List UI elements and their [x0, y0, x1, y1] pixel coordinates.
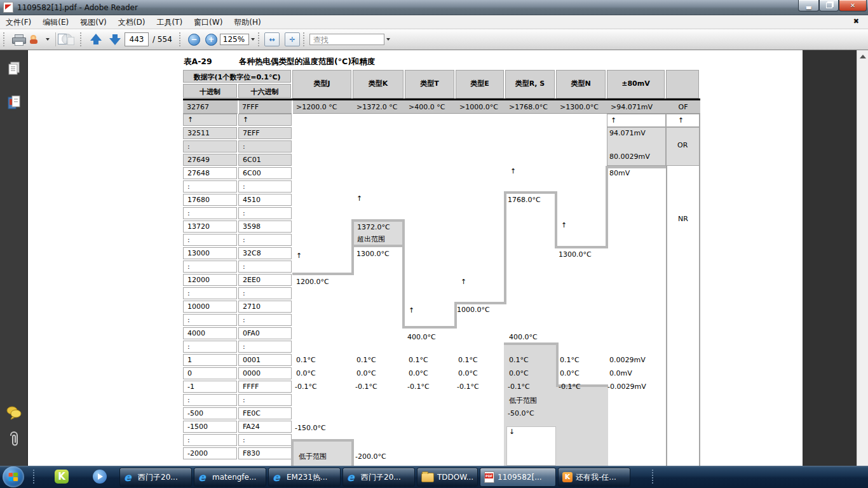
- zoom-dropdown-icon[interactable]: [251, 38, 255, 41]
- k-over-range-label: 超出范围: [357, 234, 385, 244]
- k-acc-zero: 0.0°C: [356, 369, 376, 377]
- taskbar-button-0[interactable]: e西门子20...: [119, 468, 192, 487]
- hex-cell-9: :: [238, 234, 292, 246]
- scroll-up-icon[interactable]: [860, 55, 866, 58]
- hex-cell-20: FFFF: [238, 381, 292, 393]
- hex-cell-1: 7EFF: [238, 127, 292, 139]
- print-button[interactable]: [10, 32, 27, 47]
- n-limit-label: 1300.0°C: [559, 250, 592, 259]
- hex-cell-4: 6C00: [238, 167, 292, 179]
- staircase-segment: [292, 273, 353, 275]
- header-data-word: 数据字(1个数字位=0.1°C): [183, 70, 291, 83]
- arrow-down-icon: [108, 33, 122, 46]
- fit-page-button[interactable]: ✛: [285, 32, 300, 46]
- find-input[interactable]: 查找: [309, 34, 384, 45]
- find-dropdown-icon[interactable]: [386, 38, 390, 41]
- minus-icon: −: [188, 34, 200, 46]
- hex-cell-5: :: [238, 180, 292, 193]
- share-dropdown-icon: [46, 38, 50, 41]
- menu-item-5[interactable]: 窗口(W): [188, 15, 228, 29]
- ie-icon: e: [124, 472, 135, 483]
- pdf-icon: [484, 471, 494, 483]
- k-acc-pos: 0.1°C: [356, 356, 376, 364]
- adobe-reader-app-icon: [3, 2, 13, 13]
- toolbar-grip: [303, 32, 306, 46]
- n-acc-pos: 0.1°C: [560, 356, 580, 364]
- rs-acc-neg: -0.1°C: [508, 383, 530, 391]
- kugou-icon: K: [562, 472, 573, 482]
- vertical-scrollbar[interactable]: [857, 50, 868, 466]
- task-button-label: 1109582[...: [498, 473, 542, 482]
- restore-button[interactable]: [819, 0, 839, 11]
- hex-cell-16: 0FA0: [238, 327, 292, 339]
- comments-panel-icon[interactable]: [6, 404, 22, 421]
- next-page-button[interactable]: [105, 32, 125, 47]
- hex-cell-22: FE0C: [238, 407, 292, 419]
- table-title: 各种热电偶类型的温度范围(°C)和精度: [239, 57, 375, 67]
- fit-width-button[interactable]: ↔: [264, 32, 280, 46]
- pages-panel-icon[interactable]: [6, 60, 22, 77]
- menubar-close-icon[interactable]: ✖: [853, 17, 859, 25]
- e-limit-label: 1000.0°C: [457, 306, 490, 314]
- quicklaunch-k-app-icon[interactable]: K: [55, 470, 70, 485]
- dec-cell-4: 27648: [183, 167, 237, 179]
- j-below-range-label: 低于范围: [299, 452, 327, 461]
- mv-acc-neg: -0.0029mV: [607, 383, 646, 391]
- zoom-out-button[interactable]: −: [186, 32, 203, 47]
- bookmarks-panel-icon[interactable]: [6, 95, 22, 111]
- type-header-4: 类型R, S: [505, 70, 555, 98]
- taskbar-button-6[interactable]: K还有我-任...: [558, 468, 630, 487]
- minimize-button[interactable]: ▃: [798, 0, 819, 11]
- quicklaunch-player-icon[interactable]: [93, 470, 108, 485]
- menu-item-2[interactable]: 视图(V): [74, 15, 112, 29]
- hex-cell-6: 4510: [238, 194, 292, 206]
- rs-acc-zero: 0.0°C: [509, 369, 529, 377]
- share-button[interactable]: [27, 32, 52, 47]
- hex-cell-2: :: [238, 140, 292, 152]
- dec-cell-9: :: [183, 234, 237, 246]
- hex-cell-19: 0000: [238, 367, 292, 379]
- type-header-6: ±80mV: [607, 70, 665, 98]
- previous-page-button[interactable]: [86, 32, 105, 47]
- page-number-input[interactable]: [125, 32, 149, 46]
- attachments-panel-icon[interactable]: [6, 431, 22, 448]
- type-header-2: 类型T: [405, 70, 454, 98]
- staircase-segment: [402, 245, 405, 329]
- zoom-in-button[interactable]: +: [203, 32, 220, 47]
- taskbar-button-2[interactable]: eEM231热...: [268, 468, 341, 487]
- close-button[interactable]: ✕: [839, 0, 867, 11]
- task-button-label: matengfe...: [212, 473, 256, 482]
- j-low-label: -150.0°C: [295, 424, 326, 432]
- upload-web-button[interactable]: [59, 32, 77, 47]
- menu-item-6[interactable]: 帮助(H): [228, 15, 266, 29]
- dec-cell-13: :: [183, 287, 237, 299]
- row1-value-2: >400.0 °C: [409, 103, 445, 111]
- menu-item-0[interactable]: 文件(F): [0, 15, 37, 29]
- toolbar-separator: [55, 32, 56, 46]
- start-button[interactable]: [3, 466, 24, 487]
- taskbar-button-5[interactable]: 1109582[...: [480, 468, 556, 487]
- k-acc-neg: -0.1°C: [355, 383, 377, 391]
- mv-acc-pos: 0.0029mV: [609, 356, 646, 364]
- t-acc-pos: 0.1°C: [409, 356, 428, 364]
- dec-cell-1: 32511: [183, 127, 237, 139]
- or-flag-label: OR: [677, 141, 688, 149]
- taskbar-button-4[interactable]: TDDOW...: [417, 468, 478, 487]
- menu-item-3[interactable]: 文档(D): [112, 15, 151, 29]
- e-acc-pos: 0.1°C: [458, 356, 478, 364]
- taskbar-button-1[interactable]: ematengfe...: [194, 468, 266, 487]
- hex-cell-15: :: [238, 314, 292, 326]
- staircase-segment: [606, 166, 608, 248]
- rs-lower-top-label: 400.0°C: [509, 333, 538, 341]
- type-header-1: 类型K: [353, 70, 403, 98]
- type-header-7: [666, 70, 699, 98]
- zoom-level-select[interactable]: 125%: [220, 34, 249, 45]
- menu-item-1[interactable]: 编辑(E): [37, 15, 74, 29]
- k-low-label: -200.0°C: [355, 452, 386, 461]
- toolbar: / 554 − + 125% ↔ ✛ 查找: [0, 29, 868, 50]
- taskbar-button-3[interactable]: e西门子20...: [342, 468, 415, 487]
- n-up-arrow: ↑: [561, 221, 567, 229]
- dec-cell-22: -500: [183, 407, 237, 419]
- menu-item-4[interactable]: 工具(T): [151, 15, 188, 29]
- hex-cell-10: 32C8: [238, 247, 292, 259]
